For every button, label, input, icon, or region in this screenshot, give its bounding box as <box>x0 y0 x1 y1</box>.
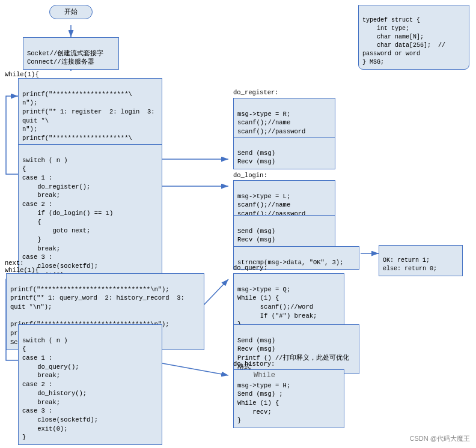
watermark: CSDN @代码大魔王 <box>410 434 470 443</box>
do-query-label: do_query: <box>233 264 267 271</box>
do-login-ok: OK: return 1;else: return 0; <box>379 245 463 276</box>
typedef-box: typedef struct { int type; char name[N];… <box>358 5 469 70</box>
do-register-box1: msg->type = R;scanf();//namescanf();//pa… <box>233 98 335 139</box>
socket-box: Socket//创建流式套接字 Connect//连接服务器 <box>23 37 119 70</box>
diagram-container: 开始 Socket//创建流式套接字 Connect//连接服务器 While(… <box>0 0 476 448</box>
switch1-box: switch ( n ){case 1 : do_register(); bre… <box>18 144 162 291</box>
switch2-box: switch ( n ){case 1 : do_query(); break;… <box>18 324 162 445</box>
start-box: 开始 <box>49 5 93 19</box>
while-bottom-label: While <box>254 371 275 380</box>
do-register-label: do_register: <box>233 89 279 96</box>
do-history-box1: msg->type = H;Send (msg) ;While (1) { re… <box>233 369 344 428</box>
next-label: next: <box>5 259 24 267</box>
svg-line-17 <box>162 363 228 375</box>
do-login-label: do_login: <box>233 172 267 179</box>
do-login-box2: Send (msg)Recv (msg) <box>233 215 335 247</box>
do-history-label: do_history: <box>233 360 275 368</box>
while1-label: While(1){ <box>5 71 39 78</box>
do-register-box2: Send (msg)Recv (msg) <box>233 137 335 169</box>
do-query-box1: msg->type = Q;While (1) { scanf();//word… <box>233 273 344 332</box>
